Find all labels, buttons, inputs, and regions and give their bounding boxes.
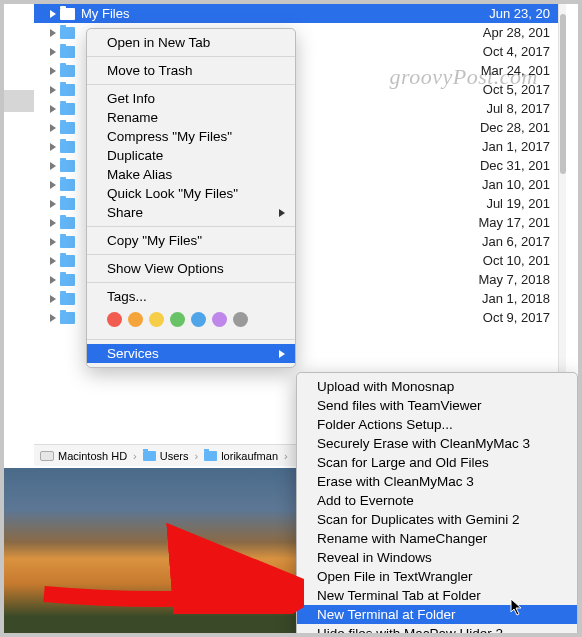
file-date: Jun 23, 20 <box>458 6 558 21</box>
menu-copy[interactable]: Copy "My Files" <box>87 231 295 250</box>
disclosure-icon[interactable] <box>50 257 56 265</box>
menu-move-trash[interactable]: Move to Trash <box>87 61 295 80</box>
disk-icon <box>40 451 54 461</box>
path-users[interactable]: Users <box>160 450 189 462</box>
svc-scan-large[interactable]: Scan for Large and Old Files <box>297 453 577 472</box>
folder-icon <box>143 451 156 461</box>
file-date: Jan 6, 2017 <box>458 234 558 249</box>
folder-icon <box>60 141 75 153</box>
menu-view-options[interactable]: Show View Options <box>87 259 295 278</box>
file-name: My Files <box>81 6 458 21</box>
menu-services[interactable]: Services <box>87 344 295 363</box>
disclosure-icon[interactable] <box>50 295 56 303</box>
menu-separator <box>87 84 295 85</box>
folder-icon <box>60 274 75 286</box>
menu-separator <box>87 282 295 283</box>
svc-securely-erase[interactable]: Securely Erase with CleanMyMac 3 <box>297 434 577 453</box>
tag-color[interactable] <box>233 312 248 327</box>
path-disk[interactable]: Macintosh HD <box>58 450 127 462</box>
menu-compress[interactable]: Compress "My Files" <box>87 127 295 146</box>
folder-icon <box>60 84 75 96</box>
menu-make-alias[interactable]: Make Alias <box>87 165 295 184</box>
file-date: May 7, 2018 <box>458 272 558 287</box>
disclosure-icon[interactable] <box>50 314 56 322</box>
disclosure-icon[interactable] <box>50 10 56 18</box>
chevron-right-icon: › <box>131 450 139 462</box>
file-date: Jan 1, 2017 <box>458 139 558 154</box>
svc-new-terminal-tab[interactable]: New Terminal Tab at Folder <box>297 586 577 605</box>
scroll-thumb[interactable] <box>560 14 566 174</box>
folder-icon <box>60 217 75 229</box>
disclosure-icon[interactable] <box>50 48 56 56</box>
file-date: Apr 28, 201 <box>458 25 558 40</box>
file-date: Oct 10, 201 <box>458 253 558 268</box>
tag-color[interactable] <box>107 312 122 327</box>
svc-scan-duplicates[interactable]: Scan for Duplicates with Gemini 2 <box>297 510 577 529</box>
submenu-arrow-icon <box>279 209 285 217</box>
svc-send-teamviewer[interactable]: Send files with TeamViewer <box>297 396 577 415</box>
disclosure-icon[interactable] <box>50 124 56 132</box>
tags-row <box>87 306 295 335</box>
menu-duplicate[interactable]: Duplicate <box>87 146 295 165</box>
disclosure-icon[interactable] <box>50 200 56 208</box>
submenu-arrow-icon <box>279 350 285 358</box>
folder-icon <box>60 46 75 58</box>
context-menu: Open in New Tab Move to Trash Get Info R… <box>86 28 296 368</box>
svc-open-textwrangler[interactable]: Open File in TextWrangler <box>297 567 577 586</box>
folder-icon <box>60 27 75 39</box>
file-date: Jul 19, 201 <box>458 196 558 211</box>
folder-icon <box>204 451 217 461</box>
menu-share[interactable]: Share <box>87 203 295 222</box>
chevron-right-icon: › <box>192 450 200 462</box>
svc-rename-namechanger[interactable]: Rename with NameChanger <box>297 529 577 548</box>
file-date: Jan 1, 2018 <box>458 291 558 306</box>
folder-icon <box>60 160 75 172</box>
file-date: Dec 28, 201 <box>458 120 558 135</box>
svc-folder-actions[interactable]: Folder Actions Setup... <box>297 415 577 434</box>
file-date: Jul 8, 2017 <box>458 101 558 116</box>
disclosure-icon[interactable] <box>50 238 56 246</box>
folder-icon <box>60 236 75 248</box>
tag-color[interactable] <box>170 312 185 327</box>
menu-separator <box>87 56 295 57</box>
disclosure-icon[interactable] <box>50 162 56 170</box>
disclosure-icon[interactable] <box>50 29 56 37</box>
menu-rename[interactable]: Rename <box>87 108 295 127</box>
menu-tags[interactable]: Tags... <box>87 287 295 306</box>
tag-color[interactable] <box>128 312 143 327</box>
svc-upload-monosnap[interactable]: Upload with Monosnap <box>297 377 577 396</box>
menu-quick-look[interactable]: Quick Look "My Files" <box>87 184 295 203</box>
menu-separator <box>87 339 295 340</box>
file-row-selected[interactable]: My Files Jun 23, 20 <box>34 4 558 23</box>
folder-icon <box>60 65 75 77</box>
folder-icon <box>60 103 75 115</box>
disclosure-icon[interactable] <box>50 105 56 113</box>
services-submenu: Upload with Monosnap Send files with Tea… <box>296 372 578 637</box>
disclosure-icon[interactable] <box>50 181 56 189</box>
menu-get-info[interactable]: Get Info <box>87 89 295 108</box>
sidebar-selection <box>4 90 34 112</box>
folder-icon <box>60 198 75 210</box>
svc-hide-macpaw[interactable]: Hide files with MacPaw Hider 2 <box>297 624 577 637</box>
disclosure-icon[interactable] <box>50 219 56 227</box>
disclosure-icon[interactable] <box>50 86 56 94</box>
folder-icon <box>60 312 75 324</box>
path-user[interactable]: lorikaufman <box>221 450 278 462</box>
tag-color[interactable] <box>149 312 164 327</box>
svc-reveal-windows[interactable]: Reveal in Windows <box>297 548 577 567</box>
tag-color[interactable] <box>191 312 206 327</box>
menu-open-new-tab[interactable]: Open in New Tab <box>87 33 295 52</box>
svc-new-terminal-folder[interactable]: New Terminal at Folder <box>297 605 577 624</box>
disclosure-icon[interactable] <box>50 67 56 75</box>
file-date: Oct 9, 2017 <box>458 310 558 325</box>
tag-color[interactable] <box>212 312 227 327</box>
svc-add-evernote[interactable]: Add to Evernote <box>297 491 577 510</box>
file-date: Jan 10, 201 <box>458 177 558 192</box>
file-date: May 17, 201 <box>458 215 558 230</box>
disclosure-icon[interactable] <box>50 143 56 151</box>
file-date: Dec 31, 201 <box>458 158 558 173</box>
folder-icon <box>60 255 75 267</box>
disclosure-icon[interactable] <box>50 276 56 284</box>
svc-erase-cmm[interactable]: Erase with CleanMyMac 3 <box>297 472 577 491</box>
folder-icon <box>60 8 75 20</box>
